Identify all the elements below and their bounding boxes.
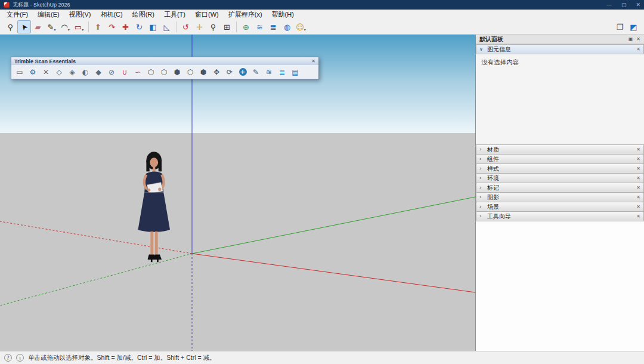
close-icon[interactable]: ✕ (636, 195, 640, 200)
dropdown-caret-icon[interactable]: ▾ (82, 27, 83, 33)
pointcloud-quarter-button[interactable]: ◈ (66, 66, 79, 78)
menu-window[interactable]: 窗口(W) (190, 10, 224, 20)
help-menu-button[interactable]: ☺▾ (294, 20, 308, 33)
section-instructor[interactable]: ›工具向导✕ (476, 211, 644, 221)
pointcloud-half-button[interactable]: ◐ (79, 66, 92, 78)
lasso-select-button[interactable]: ∽ (131, 66, 144, 78)
person-shoe-right (153, 254, 162, 260)
model-viewport[interactable]: Trimble Scan Essentials ✕ ▭⚙✕◇◈◐◆⊘∪∽⬡⬡⬢⬡… (0, 35, 475, 351)
menu-edit[interactable]: 编辑(E) (33, 10, 64, 20)
section-shadows[interactable]: ›阴影✕ (476, 192, 644, 202)
document-panel-icon: ❐ (617, 23, 624, 31)
entity-info-content: 没有选择内容 (476, 54, 644, 145)
menu-file[interactable]: 文件(F) (2, 10, 33, 20)
close-icon[interactable]: ✕ (311, 58, 315, 64)
tray-close-icon[interactable]: ✕ (636, 36, 640, 42)
trimble-connect-icon: ◍ (284, 23, 290, 31)
pointcloud-light-button[interactable]: ◇ (52, 66, 66, 78)
line-tool-button[interactable]: ✎▾ (45, 20, 58, 33)
scan-toolbar-titlebar[interactable]: Trimble Scan Essentials ✕ (11, 57, 318, 65)
zoom-extents-button[interactable]: ⊞ (220, 20, 234, 33)
trimble-connect-button[interactable]: ◍ (280, 20, 294, 33)
hexagon-box-button[interactable]: ⬢ (171, 66, 184, 78)
arc-tool-button[interactable]: ◠▾ (58, 20, 72, 33)
warehouse-button[interactable]: ≋ (253, 20, 267, 33)
close-icon[interactable]: ✕ (636, 147, 640, 152)
scan-clear-button[interactable]: ✕ (39, 66, 52, 78)
person-figure[interactable] (138, 152, 169, 262)
menu-tools[interactable]: 工具(T) (159, 10, 190, 20)
document-panel-button[interactable]: ❐ (613, 20, 627, 33)
hexagon-cloud-button[interactable]: ⬡ (144, 66, 157, 78)
axes-tool-button[interactable]: ◺ (160, 20, 174, 33)
menu-draw[interactable]: 绘图(R) (128, 10, 159, 20)
menu-camera[interactable]: 相机(C) (95, 10, 127, 20)
close-icon[interactable]: ✕ (636, 47, 640, 52)
pan-tool-button[interactable]: ✛ (193, 20, 206, 33)
search-button[interactable]: ⚲ (4, 20, 17, 33)
rotate-tool-button[interactable]: ↻ (132, 20, 146, 33)
scan-window-button[interactable]: ▭ (13, 66, 26, 78)
select-tool-button[interactable]: ➤ (17, 20, 31, 33)
section-components[interactable]: ›组件✕ (476, 154, 644, 164)
chevron-right-icon: › (479, 195, 484, 200)
close-icon[interactable]: ✕ (636, 214, 640, 219)
dropdown-caret-icon[interactable]: ▾ (54, 27, 55, 33)
extension-warehouse-button[interactable]: ≣ (267, 20, 280, 33)
move-tool-button[interactable]: ✚ (119, 20, 132, 33)
add-point-button[interactable]: + (236, 66, 249, 78)
section-styles[interactable]: ›样式✕ (476, 164, 644, 174)
hexagon-clip-button[interactable]: ⬡ (184, 66, 197, 78)
paint-bucket-icon: ◧ (149, 23, 156, 31)
pointcloud-quarter-icon: ◈ (69, 69, 75, 76)
rectangle-tool-button[interactable]: ▭▾ (72, 20, 86, 33)
points-move-button[interactable]: ✥ (210, 66, 223, 78)
menu-extensions[interactable]: 扩展程序(x) (224, 10, 267, 20)
close-icon[interactable]: ✕ (636, 175, 640, 181)
tray-menu-icon[interactable]: ▣ (628, 36, 633, 42)
close-icon[interactable]: ✕ (636, 204, 640, 209)
followme-tool-button[interactable]: ↷ (105, 20, 119, 33)
cloud-compare-button[interactable]: ≋ (262, 66, 275, 78)
status-hint-text: 单击或拖动以选择对象。Shift = 加/减。Ctrl = 加。Shift + … (28, 354, 215, 362)
section-scenes[interactable]: ›场景✕ (476, 202, 644, 212)
draw-edge-button[interactable]: ✎ (249, 66, 262, 78)
paint-bucket-button[interactable]: ◧ (146, 20, 160, 33)
menu-help[interactable]: 帮助(H) (267, 10, 299, 20)
hexagon-edit-button[interactable]: ⬢ (197, 66, 210, 78)
tray-header[interactable]: 默认面板 ▣ ✕ (476, 35, 644, 44)
select-tool-icon: ➤ (19, 22, 29, 32)
minimize-button[interactable]: — (606, 0, 612, 10)
add-location-button[interactable]: ⊕ (239, 20, 253, 33)
hexagon-cloud-icon: ⬡ (148, 69, 154, 76)
zoom-tool-button[interactable]: ⚲ (206, 20, 220, 33)
dropdown-caret-icon[interactable]: ▾ (304, 27, 306, 33)
pushpull-tool-button[interactable]: ⇑ (91, 20, 105, 33)
close-icon[interactable]: ✕ (636, 156, 640, 162)
eraser-tool-button[interactable]: ▰ (31, 20, 45, 33)
tray-empty-area (476, 221, 644, 351)
help-circle-icon[interactable]: ? (4, 354, 12, 362)
model-cube-button[interactable]: ◩ (627, 20, 640, 33)
scan-settings-button[interactable]: ⚙ (26, 66, 39, 78)
cloud-stack-button[interactable]: ▤ (289, 66, 302, 78)
scan-essentials-toolbar[interactable]: Trimble Scan Essentials ✕ ▭⚙✕◇◈◐◆⊘∪∽⬡⬡⬢⬡… (11, 57, 319, 79)
maximize-button[interactable]: ▢ (621, 0, 627, 10)
magnet-select-button[interactable]: ∪ (118, 66, 131, 78)
cloud-layers-button[interactable]: ≣ (275, 66, 289, 78)
section-entity-info[interactable]: ∨ 图元信息 ✕ (476, 44, 644, 54)
hexagon-region-button[interactable]: ⬡ (157, 66, 171, 78)
menu-view[interactable]: 视图(V) (64, 10, 96, 20)
info-circle-icon[interactable]: i (16, 354, 24, 362)
section-tags[interactable]: ›标记✕ (476, 183, 644, 193)
orbit-tool-button[interactable]: ↺ (179, 20, 193, 33)
section-environments[interactable]: ›环境✕ (476, 173, 644, 183)
pointcloud-off-button[interactable]: ⊘ (105, 66, 118, 78)
section-materials[interactable]: ›材质✕ (476, 144, 644, 155)
pointcloud-full-button[interactable]: ◆ (92, 66, 105, 78)
close-button[interactable]: ✕ (636, 0, 640, 10)
points-rotate-button[interactable]: ⟳ (223, 66, 236, 78)
close-icon[interactable]: ✕ (636, 185, 640, 190)
dropdown-caret-icon[interactable]: ▾ (68, 27, 70, 33)
close-icon[interactable]: ✕ (636, 166, 640, 171)
